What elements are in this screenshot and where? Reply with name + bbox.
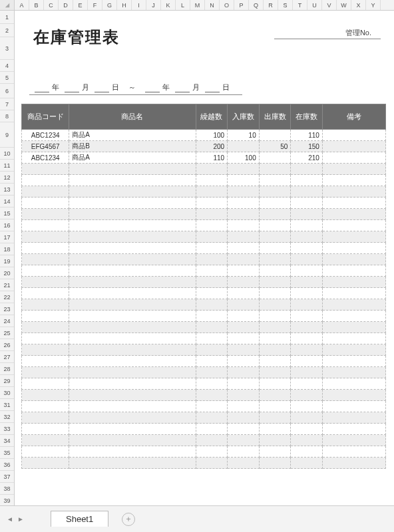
column-header[interactable]: A — [15, 0, 29, 10]
inventory-table[interactable]: 商品コード 商品名 繰越数 入庫数 出庫数 在庫数 備考 ABC1234商品A1… — [21, 104, 386, 469]
cell-carry[interactable]: 110 — [196, 152, 228, 164]
tab-nav-next-icon[interactable]: ► — [16, 515, 25, 524]
tab-nav-prev-icon[interactable]: ◄ — [5, 515, 15, 524]
row-header[interactable]: 22 — [0, 291, 14, 303]
column-header[interactable]: L — [176, 0, 190, 10]
row-header[interactable]: 38 — [0, 483, 14, 495]
table-row[interactable] — [22, 458, 386, 469]
table-row[interactable] — [22, 333, 386, 344]
row-header[interactable]: 23 — [0, 303, 14, 315]
table-row[interactable]: EFG4567商品B20050150 — [22, 141, 386, 152]
row-header[interactable]: 27 — [0, 351, 14, 363]
column-header[interactable]: X — [351, 0, 366, 10]
column-header[interactable]: I — [132, 0, 146, 10]
cell-code[interactable]: ABC1234 — [22, 152, 69, 164]
column-header[interactable]: S — [278, 0, 293, 10]
table-row[interactable] — [22, 198, 386, 209]
cell-note[interactable] — [322, 152, 385, 164]
table-row[interactable] — [22, 186, 386, 198]
column-header[interactable]: F — [88, 0, 102, 10]
table-row[interactable] — [22, 401, 386, 412]
cell-code[interactable]: ABC1234 — [22, 130, 69, 141]
row-header[interactable]: 3 — [0, 37, 14, 60]
table-row[interactable]: ABC1234商品A10010110 — [22, 130, 386, 141]
cell-in[interactable]: 100 — [228, 152, 260, 164]
table-row[interactable] — [22, 311, 386, 322]
cell-carry[interactable]: 100 — [196, 130, 228, 141]
row-header[interactable]: 34 — [0, 435, 14, 447]
row-header[interactable]: 37 — [0, 471, 14, 483]
row-header[interactable]: 6 — [0, 84, 14, 98]
cell-stock[interactable]: 150 — [291, 141, 323, 152]
table-row[interactable] — [22, 446, 386, 458]
cell-out[interactable] — [259, 152, 291, 164]
row-header[interactable]: 36 — [0, 459, 14, 471]
column-header[interactable]: G — [102, 0, 117, 10]
row-header[interactable]: 32 — [0, 411, 14, 423]
cell-note[interactable] — [322, 130, 385, 141]
table-row[interactable] — [22, 277, 386, 288]
column-header[interactable]: D — [59, 0, 73, 10]
row-header[interactable]: 11 — [0, 160, 14, 172]
table-row[interactable] — [22, 299, 386, 311]
table-row[interactable] — [22, 435, 386, 446]
table-row[interactable] — [22, 322, 386, 333]
cell-stock[interactable]: 210 — [291, 152, 323, 164]
row-header[interactable]: 8 — [0, 110, 14, 122]
column-header[interactable]: P — [234, 0, 249, 10]
row-header[interactable]: 26 — [0, 339, 14, 351]
column-header[interactable]: W — [337, 0, 351, 10]
row-header[interactable]: 25 — [0, 327, 14, 339]
row-header[interactable]: 21 — [0, 279, 14, 291]
row-header[interactable]: 19 — [0, 255, 14, 267]
row-header[interactable]: 14 — [0, 196, 14, 207]
row-header[interactable]: 15 — [0, 207, 14, 219]
table-row[interactable] — [22, 220, 386, 231]
row-header[interactable]: 5 — [0, 72, 14, 84]
row-header[interactable]: 24 — [0, 315, 14, 327]
column-header[interactable]: H — [117, 0, 132, 10]
table-row[interactable] — [22, 367, 386, 378]
row-header[interactable]: 2 — [0, 24, 14, 37]
row-header[interactable]: 28 — [0, 363, 14, 375]
column-header[interactable]: V — [322, 0, 337, 10]
table-row[interactable] — [22, 265, 386, 277]
row-header[interactable]: 18 — [0, 243, 14, 255]
row-header[interactable]: 30 — [0, 387, 14, 399]
sheet-tab[interactable]: Sheet1 — [51, 511, 108, 527]
column-header[interactable]: M — [190, 0, 205, 10]
row-header[interactable]: 1 — [0, 11, 14, 24]
row-header[interactable]: 29 — [0, 375, 14, 387]
row-header[interactable]: 16 — [0, 219, 14, 231]
table-row[interactable] — [22, 254, 386, 265]
column-header[interactable]: E — [73, 0, 88, 10]
table-row[interactable] — [22, 344, 386, 356]
row-header[interactable]: 31 — [0, 399, 14, 411]
cell-out[interactable]: 50 — [259, 141, 291, 152]
column-header[interactable]: U — [307, 0, 322, 10]
column-header[interactable]: Y — [366, 0, 381, 10]
cell-name[interactable]: 商品A — [69, 130, 196, 141]
column-header[interactable]: N — [205, 0, 220, 10]
cell-name[interactable]: 商品B — [69, 141, 196, 152]
table-row[interactable] — [22, 175, 386, 186]
cell-code[interactable]: EFG4567 — [22, 141, 69, 152]
row-header[interactable]: 20 — [0, 267, 14, 279]
table-row[interactable] — [22, 412, 386, 424]
add-sheet-button[interactable]: ＋ — [122, 513, 135, 526]
table-row[interactable] — [22, 288, 386, 299]
table-row[interactable] — [22, 356, 386, 367]
row-header[interactable]: 35 — [0, 447, 14, 459]
row-header[interactable]: 12 — [0, 172, 14, 184]
table-row[interactable] — [22, 164, 386, 175]
row-header[interactable]: 7 — [0, 98, 14, 110]
column-header[interactable]: R — [264, 0, 278, 10]
cell-stock[interactable]: 110 — [291, 130, 323, 141]
cell-out[interactable] — [259, 130, 291, 141]
table-row[interactable] — [22, 209, 386, 220]
row-header[interactable]: 33 — [0, 423, 14, 435]
cell-name[interactable]: 商品A — [69, 152, 196, 164]
table-row[interactable] — [22, 378, 386, 390]
row-header[interactable]: 17 — [0, 231, 14, 243]
row-header[interactable]: 13 — [0, 184, 14, 196]
